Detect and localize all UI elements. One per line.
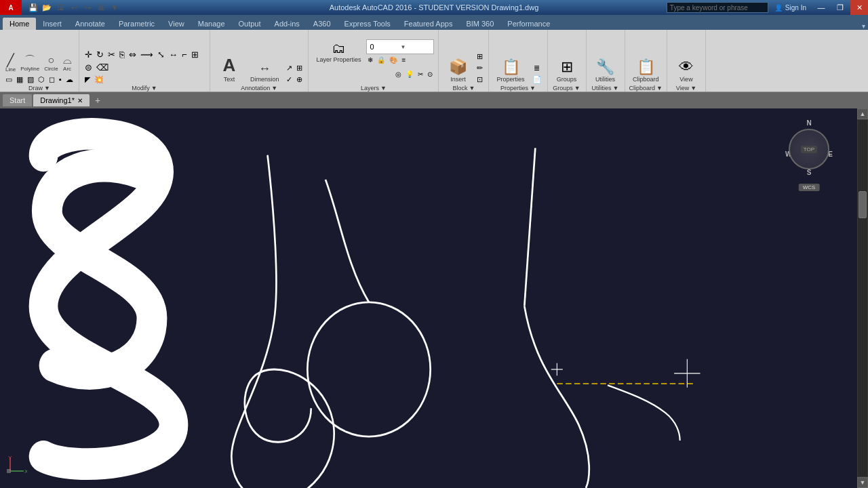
tab-bim360[interactable]: BIM 360: [459, 18, 500, 30]
match-properties-btn[interactable]: ≣: [531, 63, 543, 73]
layer-color-btn[interactable]: 🎨: [388, 56, 399, 64]
layer-match-btn[interactable]: ≡: [400, 56, 407, 64]
revcloud-btn[interactable]: ☁: [64, 75, 75, 85]
scroll-down-btn[interactable]: ▼: [857, 477, 868, 488]
ribbon-expand-btn[interactable]: ▾: [862, 22, 865, 30]
mirror-btn[interactable]: ⇔: [127, 49, 138, 60]
layer-lock-btn[interactable]: 🔒: [376, 56, 387, 64]
new-tab-btn[interactable]: +: [91, 94, 104, 107]
mark-btn[interactable]: ✓: [285, 75, 294, 85]
qa-save[interactable]: 🖫: [54, 1, 66, 14]
restore-btn[interactable]: ❐: [831, 0, 849, 15]
layer-clip-btn[interactable]: ✂: [416, 70, 425, 79]
qa-print[interactable]: 🖶: [95, 1, 107, 14]
minimize-btn[interactable]: —: [812, 0, 830, 15]
tab-start[interactable]: Start: [3, 94, 32, 106]
region-btn[interactable]: ◻: [47, 75, 56, 85]
acad-logo[interactable]: A: [0, 0, 22, 15]
layer-off-btn[interactable]: 💡: [404, 70, 415, 79]
layer-freeze-btn[interactable]: ❄: [366, 56, 374, 64]
tab-parametric[interactable]: Parametric: [112, 18, 161, 30]
annotation-group-dropdown[interactable]: ▼: [271, 85, 277, 92]
xref-btn[interactable]: ⊕: [295, 75, 304, 85]
tab-performance[interactable]: Performance: [500, 18, 557, 30]
tab-express[interactable]: Express Tools: [338, 18, 397, 30]
tab-a360[interactable]: A360: [307, 18, 338, 30]
groups-btn[interactable]: ⊞ Groups: [552, 56, 582, 85]
gradient-btn[interactable]: ▧: [26, 75, 35, 85]
layer-properties-btn[interactable]: 🗂 Layer Properties: [313, 39, 364, 65]
copy-btn[interactable]: ⎘: [118, 49, 126, 60]
rotate-btn[interactable]: ↻: [95, 49, 105, 60]
qa-dropdown[interactable]: ▼: [108, 1, 121, 14]
drawing-viewport[interactable]: [-][Top][2D Wireframe] — ❐ ✕: [0, 108, 868, 488]
properties-btn[interactable]: 📋 Properties: [493, 56, 528, 85]
properties-group-dropdown[interactable]: ▼: [530, 85, 536, 92]
qa-redo[interactable]: ↪: [81, 1, 94, 14]
tab-drawing1-close[interactable]: ✕: [77, 97, 83, 104]
sign-in-btn[interactable]: Sign In: [785, 4, 806, 12]
dimension-btn[interactable]: ↔ Dimension: [247, 60, 283, 85]
tab-addins[interactable]: Add-ins: [268, 18, 307, 30]
scroll-up-btn[interactable]: ▲: [857, 108, 868, 119]
array-btn[interactable]: ⊞: [190, 49, 200, 60]
erase-btn[interactable]: ⌫: [95, 62, 110, 73]
tab-drawing1[interactable]: Drawing1* ✕: [33, 94, 90, 106]
search-input[interactable]: [667, 2, 768, 13]
view-btn[interactable]: 👁 View: [671, 56, 701, 85]
close-btn[interactable]: ✕: [850, 0, 868, 15]
drawing-canvas[interactable]: [0, 108, 868, 488]
edit-block-btn[interactable]: ✏: [475, 63, 484, 73]
utilities-group-dropdown[interactable]: ▼: [613, 85, 619, 92]
scroll-thumb[interactable]: [859, 191, 867, 218]
circle-btn[interactable]: ○ Circle: [43, 54, 59, 73]
layer-unisolate-btn[interactable]: ⊙: [426, 70, 434, 79]
layer-isolate-btn[interactable]: ◎: [394, 70, 403, 79]
line-btn[interactable]: ╱ Line: [4, 54, 17, 73]
rectangle-btn[interactable]: ▭: [4, 75, 14, 85]
draw-group-dropdown[interactable]: ▼: [44, 85, 50, 92]
tab-annotate[interactable]: Annotate: [68, 18, 112, 30]
qa-new[interactable]: 💾: [27, 1, 39, 14]
scale-btn[interactable]: ⤡: [156, 49, 166, 60]
list-btn[interactable]: 📄: [531, 75, 543, 85]
text-btn[interactable]: A Text: [214, 53, 244, 85]
offset-btn[interactable]: ⊜: [83, 62, 94, 73]
block-editor-btn[interactable]: ⊡: [475, 75, 484, 85]
table-btn[interactable]: ⊞: [295, 63, 304, 73]
arc-btn[interactable]: ⌓ Arc: [62, 54, 73, 73]
modify-group-dropdown[interactable]: ▼: [151, 85, 157, 92]
compass-circle[interactable]: TOP: [789, 129, 829, 169]
tab-insert[interactable]: Insert: [36, 18, 68, 30]
leader-btn[interactable]: ↗: [285, 63, 294, 73]
utilities-btn[interactable]: 🔧 Utilities: [591, 56, 620, 85]
trim-btn[interactable]: ✂: [106, 49, 117, 60]
view-group-dropdown[interactable]: ▼: [690, 85, 696, 92]
tab-output[interactable]: Output: [232, 18, 268, 30]
clipboard-btn[interactable]: 📋 Clipboard: [629, 56, 663, 85]
wipeout-btn[interactable]: ▪: [58, 75, 63, 85]
tab-view[interactable]: View: [161, 18, 191, 30]
tab-featured[interactable]: Featured Apps: [397, 18, 460, 30]
extend-btn[interactable]: ⟿: [139, 49, 155, 60]
boundary-btn[interactable]: ⬡: [37, 75, 46, 85]
layer-selector[interactable]: 0 ▼: [366, 39, 434, 54]
tab-home[interactable]: Home: [3, 18, 36, 30]
create-block-btn[interactable]: ⊞: [475, 52, 484, 62]
tab-manage[interactable]: Manage: [191, 18, 232, 30]
polyline-btn[interactable]: ⌒ Polyline: [19, 54, 41, 73]
groups-group-dropdown[interactable]: ▼: [574, 85, 580, 92]
insert-btn[interactable]: 📦 Insert: [443, 56, 473, 85]
scroll-track[interactable]: [858, 120, 867, 476]
qa-undo[interactable]: ↩: [68, 1, 80, 14]
layers-group-dropdown[interactable]: ▼: [380, 85, 387, 92]
chamfer-btn[interactable]: ◤: [83, 75, 92, 85]
clipboard-group-dropdown[interactable]: ▼: [656, 85, 663, 92]
fillet-btn[interactable]: ⌐: [180, 49, 189, 60]
explode-btn[interactable]: 💥: [93, 75, 105, 85]
hatch-btn[interactable]: ▦: [15, 75, 24, 85]
move-btn[interactable]: ✛: [83, 49, 94, 60]
block-group-dropdown[interactable]: ▼: [469, 85, 475, 92]
right-scrollbar[interactable]: ▲ ▼: [857, 108, 868, 488]
stretch-btn[interactable]: ↔: [167, 49, 179, 60]
